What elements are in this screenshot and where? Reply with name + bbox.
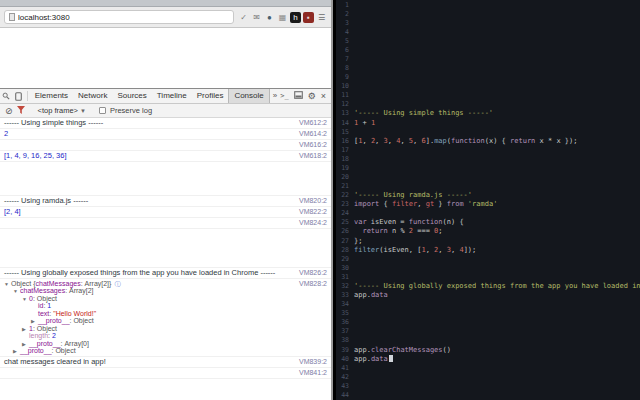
collapse-arrow-icon[interactable]: ▼ bbox=[22, 295, 29, 303]
settings-gear-icon[interactable]: ⚙ bbox=[308, 91, 316, 101]
console-source-link[interactable]: VM828:2 bbox=[299, 280, 327, 288]
console-source-link[interactable]: VM826:2 bbox=[299, 269, 327, 277]
tree-text: __proto__ bbox=[20, 347, 52, 355]
devtools-window-controls: >_ ⚙ × bbox=[280, 89, 331, 103]
console-source-link[interactable]: VM822:2 bbox=[299, 208, 327, 216]
code-text: import { filter, gt } from 'ramda' bbox=[354, 200, 640, 208]
console-source-link[interactable]: VM614:2 bbox=[299, 130, 327, 138]
inspect-element-icon[interactable] bbox=[0, 89, 12, 103]
console-entry: ▼Object {chatMessages: Array[2]}ⓘ▼chatMe… bbox=[0, 279, 331, 357]
dock-side-icon[interactable] bbox=[294, 91, 303, 101]
line-number: 19 bbox=[336, 164, 354, 172]
tab-console[interactable]: Console bbox=[228, 89, 269, 103]
filter-icon[interactable] bbox=[17, 106, 25, 116]
line-number: 21 bbox=[336, 182, 354, 190]
code-line: 18 bbox=[336, 154, 640, 163]
grid-extension-icon[interactable]: ▦ bbox=[277, 12, 288, 23]
console-source-link[interactable]: VM612:2 bbox=[299, 119, 327, 127]
console-source-link[interactable]: VM820:2 bbox=[299, 197, 327, 205]
code-line: 2 bbox=[336, 9, 640, 18]
line-number: 18 bbox=[336, 155, 354, 163]
console-message: ------ Using globally exposed things fro… bbox=[4, 269, 275, 277]
h-extension-icon[interactable]: h bbox=[290, 12, 301, 23]
circle-extension-icon[interactable]: ● bbox=[264, 12, 275, 23]
line-number: 29 bbox=[336, 255, 354, 263]
line-number: 32 bbox=[336, 282, 354, 290]
url-text: localhost:3080 bbox=[18, 13, 70, 22]
console-message: 2 bbox=[4, 130, 8, 138]
code-line: 37 bbox=[336, 327, 640, 336]
expand-arrow-icon[interactable]: ▶ bbox=[22, 325, 29, 333]
devtools-panel: ElementsNetworkSourcesTimelineProfilesCo… bbox=[0, 88, 331, 400]
tab-network[interactable]: Network bbox=[73, 89, 112, 103]
code-line: 35 bbox=[336, 309, 640, 318]
browser-tab-strip[interactable] bbox=[0, 0, 331, 7]
line-number: 10 bbox=[336, 82, 354, 90]
line-number: 37 bbox=[336, 327, 354, 335]
frame-context-label: <top frame> bbox=[38, 106, 78, 115]
console-source-link[interactable]: VM618:2 bbox=[299, 152, 327, 160]
console-source-link[interactable]: VM841:2 bbox=[299, 369, 327, 377]
frame-context-selector[interactable]: <top frame> ▼ bbox=[38, 106, 86, 115]
info-icon[interactable]: ⓘ bbox=[114, 280, 120, 288]
preserve-log-checkbox[interactable] bbox=[99, 107, 106, 114]
line-number: 43 bbox=[336, 382, 354, 390]
line-number: 8 bbox=[336, 64, 354, 72]
line-number: 30 bbox=[336, 264, 354, 272]
code-line: 16[1, 2, 3, 4, 5, 6].map(function(x) { r… bbox=[336, 136, 640, 145]
tree-text: } bbox=[109, 280, 111, 288]
console-blank-entry bbox=[0, 162, 331, 196]
code-line: 20 bbox=[336, 172, 640, 181]
mail-extension-icon[interactable]: ✉ bbox=[251, 12, 262, 23]
code-text: 1 + 1 bbox=[354, 119, 640, 127]
menu-icon[interactable]: ☰ bbox=[316, 12, 327, 23]
code-text: return n % 2 === 0; bbox=[354, 227, 640, 235]
console-drawer-icon[interactable]: >_ bbox=[280, 92, 288, 100]
console-source-link[interactable]: VM616:2 bbox=[299, 141, 327, 149]
line-number: 27 bbox=[336, 237, 354, 245]
line-number: 9 bbox=[336, 73, 354, 81]
editor-lines: 12345678910111213'----- Using simple thi… bbox=[336, 0, 640, 399]
collapse-arrow-icon[interactable]: ▼ bbox=[13, 287, 20, 295]
tab-elements[interactable]: Elements bbox=[30, 89, 73, 103]
check-extension-icon[interactable]: ✓ bbox=[238, 12, 249, 23]
line-number: 40 bbox=[336, 355, 354, 363]
code-line: 19 bbox=[336, 163, 640, 172]
console-source-link[interactable]: VM824:2 bbox=[299, 219, 327, 227]
expand-arrow-icon[interactable]: ▶ bbox=[13, 347, 20, 355]
console-entry: 2VM614:2 bbox=[0, 129, 331, 140]
code-line: 6 bbox=[336, 45, 640, 54]
code-line: 27}; bbox=[336, 236, 640, 245]
tabs-overflow-chevron[interactable]: » bbox=[270, 89, 280, 103]
collapse-arrow-icon[interactable]: ▼ bbox=[4, 280, 11, 288]
console-source-link[interactable]: VM839:2 bbox=[299, 358, 327, 366]
line-number: 15 bbox=[336, 128, 354, 136]
object-tree-row: ▶__proto__: Object bbox=[4, 348, 293, 356]
line-number: 17 bbox=[336, 146, 354, 154]
device-mode-icon[interactable] bbox=[12, 89, 24, 103]
address-bar[interactable]: localhost:3080 bbox=[4, 10, 234, 24]
line-number: 26 bbox=[336, 227, 354, 235]
line-number: 34 bbox=[336, 300, 354, 308]
tab-sources[interactable]: Sources bbox=[112, 89, 151, 103]
line-number: 1 bbox=[336, 1, 354, 9]
code-line: 34 bbox=[336, 300, 640, 309]
code-line: 15 bbox=[336, 127, 640, 136]
code-line: 11 bbox=[336, 91, 640, 100]
code-text: app.data bbox=[354, 291, 640, 299]
console-entry: [1, 4, 9, 16, 25, 36]VM618:2 bbox=[0, 151, 331, 162]
console-entry: VM616:2 bbox=[0, 140, 331, 151]
code-line: 31 bbox=[336, 272, 640, 281]
line-number: 22 bbox=[336, 191, 354, 199]
line-number: 7 bbox=[336, 55, 354, 63]
tab-profiles[interactable]: Profiles bbox=[192, 89, 229, 103]
close-devtools-icon[interactable]: × bbox=[321, 91, 326, 101]
clear-console-icon[interactable]: ⊘ bbox=[5, 106, 13, 116]
code-editor[interactable]: 12345678910111213'----- Using simple thi… bbox=[336, 0, 640, 400]
red-square-extension-icon[interactable]: ▪ bbox=[303, 12, 314, 23]
line-number: 42 bbox=[336, 373, 354, 381]
code-line: 32'----- Using globally exposed things f… bbox=[336, 281, 640, 290]
code-text: app.clearChatMessages() bbox=[354, 346, 640, 354]
console-output[interactable]: ------ Using simple things ------VM612:2… bbox=[0, 118, 331, 400]
tab-timeline[interactable]: Timeline bbox=[152, 89, 192, 103]
